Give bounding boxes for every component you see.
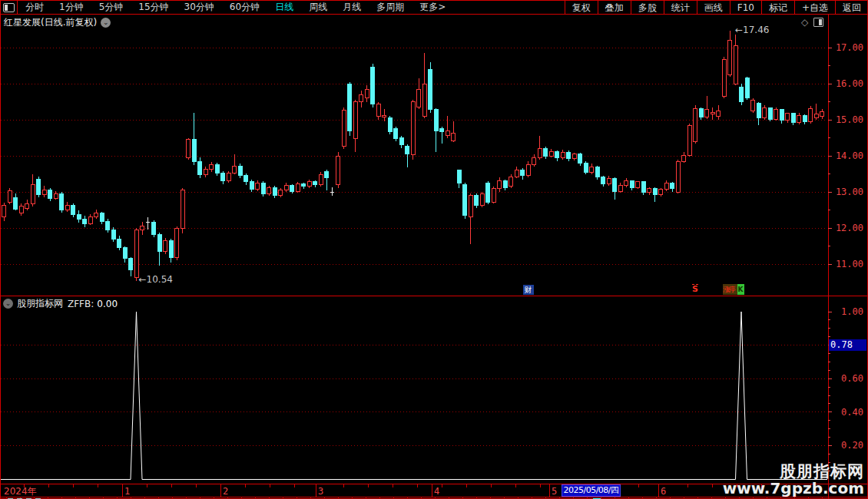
candle-up [42,190,46,195]
price-axis-label: 17.00 [836,42,863,53]
indicator-axis-label: 1.00 [841,306,863,317]
candle-down [803,115,807,121]
candle-down [630,181,634,187]
period-tab-30分钟[interactable]: 30分钟 [177,1,222,14]
app-window: 分时1分钟5分钟15分钟30分钟60分钟日线周线月线多周期更多> 复权叠加多股统… [0,0,868,499]
chart-canvas[interactable]: 17.0016.0015.0014.0013.0012.0011.001.000… [0,0,868,499]
candle-down [198,161,202,174]
candle-up [469,196,472,217]
timeline[interactable]: 123456 [25,484,811,497]
candle-up [94,213,98,217]
period-tab-月线[interactable]: 月线 [335,1,369,14]
candle-up [411,102,415,155]
toolbar-button-画线[interactable]: 画线 [697,1,730,15]
candle-down [394,128,398,139]
candle-down [14,197,18,209]
period-tab-周线[interactable]: 周线 [301,1,335,14]
announcement-badge[interactable]: 财 [523,285,534,295]
indicator-name-label[interactable]: ZFFB: [68,299,94,309]
period-tab-60分钟[interactable]: 60分钟 [222,1,267,14]
candle-up [492,188,495,202]
toolbar-button-多股[interactable]: 多股 [631,1,664,15]
period-tab-15分钟[interactable]: 15分钟 [131,1,176,14]
candle-up [134,230,138,278]
candle-up [814,114,818,118]
candle-down [486,183,490,202]
price-axis-label: 13.00 [836,187,863,197]
period-tab-日线[interactable]: 日线 [267,1,301,14]
toolbar-button-F10[interactable]: F10 [730,1,761,15]
price-axis-label: 16.00 [836,78,863,89]
candle-up [572,154,576,159]
period-tab-5分钟[interactable]: 5分钟 [91,1,131,14]
indicator-header: ⌄ 股朋指标网 ZFFB: 0.00 [3,297,118,310]
candle-up [210,165,214,170]
candle-down [595,167,599,177]
candle-up [8,190,12,202]
candle-down [503,181,507,187]
candle-up [664,183,668,189]
period-tab-多周期[interactable]: 多周期 [369,1,412,14]
candle-up [480,193,484,206]
candle-down [757,104,760,118]
candle-up [561,152,565,157]
candle-down [740,88,744,102]
candle-up [786,114,790,121]
stock-title: 红星发展(日线.前复权) [4,16,97,29]
candle-up [2,206,6,217]
candle-up [532,157,536,164]
timeline-month-label: 2 [223,486,228,497]
candle-down [544,149,548,156]
diamond-icon[interactable]: ◇ [801,17,808,28]
candle-down [325,171,329,177]
indicator-value: 0.00 [97,299,118,309]
candle-up [498,181,502,188]
limit-up-badge-k: K [737,284,744,295]
split-pane-icon[interactable] [813,18,823,27]
signal-s-badge[interactable]: S [692,284,698,294]
chevron-down-icon[interactable]: ⌄ [101,18,111,28]
toolbar-button-标记[interactable]: 标记 [761,1,794,15]
price-axis-label: 11.00 [836,259,863,269]
candle-down [261,183,265,193]
candle-down [100,213,104,221]
toolbar-button-+自选[interactable]: +自选 [794,1,835,15]
candle-down [671,183,674,188]
candle-up [88,217,92,223]
watermark-site-name: 股朋指标网 [723,463,864,480]
toolbar-button-统计[interactable]: 统计 [664,1,697,15]
period-tab-更多>[interactable]: 更多> [412,1,453,14]
toolbar-button-复权[interactable]: 复权 [565,1,598,15]
candle-down [123,248,127,259]
candle-up [141,226,144,230]
candle-up [267,187,271,193]
timeline-month-label: 4 [434,486,439,497]
candle-up [705,110,709,117]
candle-up [549,151,553,156]
chart-title-row: 红星发展(日线.前复权) ⌄ [4,16,111,29]
candlestick-series[interactable] [2,31,824,280]
watermark-url: www.7gpzb.com [723,480,864,497]
layout-toggle-button[interactable] [0,1,18,15]
candle-down [521,170,525,176]
toolbar-button-返回[interactable]: 返回 [835,1,868,15]
candle-down [780,110,784,121]
candle-up [296,184,300,191]
candle-down [169,240,173,257]
candle-down [457,170,461,183]
candle-up [175,228,179,258]
candle-down [221,173,225,181]
top-toolbar: 分时1分钟5分钟15分钟30分钟60分钟日线周线月线多周期更多> 复权叠加多股统… [0,0,868,15]
limit-up-badge[interactable]: 涨停 K [723,284,744,295]
candle-up [722,59,726,96]
zffb-line [1,312,827,480]
candle-down [745,78,749,98]
period-tab-1分钟[interactable]: 1分钟 [51,1,91,14]
candle-down [244,176,248,182]
period-tab-分时[interactable]: 分时 [18,1,51,14]
candle-down [555,151,559,157]
candle-up [279,190,283,196]
candle-down [429,69,432,110]
toolbar-button-叠加[interactable]: 叠加 [598,1,631,15]
chevron-down-icon[interactable]: ⌄ [3,299,13,309]
